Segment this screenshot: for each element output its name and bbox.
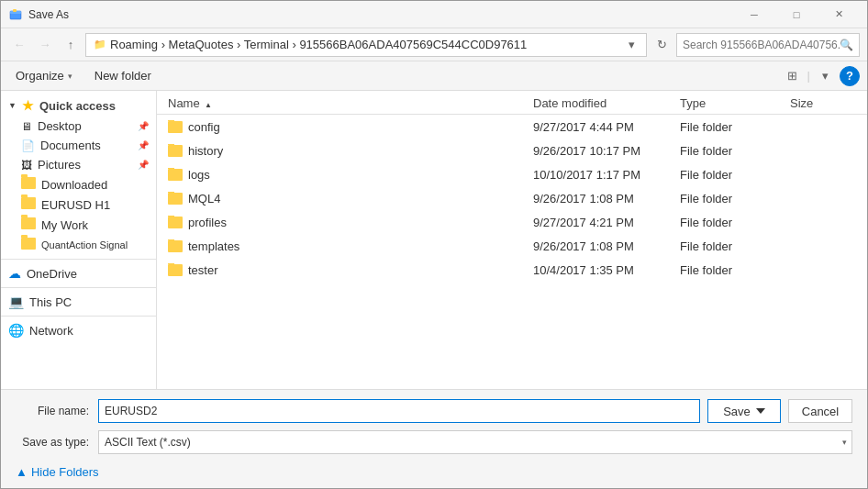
- file-type-cell: File folder: [676, 192, 786, 206]
- address-bar: ← → ↑ 📁 Roaming › MetaQuotes › Terminal …: [1, 28, 867, 61]
- table-row[interactable]: templates 9/26/2017 1:08 PM File folder: [157, 234, 867, 258]
- filename-input[interactable]: [98, 399, 700, 423]
- sidebar-item-downloaded[interactable]: Downloaded: [1, 174, 156, 194]
- hide-folders-label: Hide Folders: [31, 465, 99, 479]
- bottom-panel: File name: Save Cancel Save as type: ASC…: [1, 389, 867, 488]
- table-row[interactable]: profiles 9/27/2017 4:21 PM File folder: [157, 210, 867, 234]
- pc-icon: 💻: [8, 295, 24, 309]
- file-name-cell: logs: [164, 168, 529, 182]
- saveas-select-wrapper: ASCII Text (*.csv) ▾: [98, 430, 852, 454]
- saveas-row: Save as type: ASCII Text (*.csv) ▾: [16, 430, 852, 454]
- folder-icon: [168, 145, 183, 157]
- folder-icon: [168, 240, 183, 252]
- hide-folders-link[interactable]: ▲ Hide Folders: [16, 461, 852, 479]
- folder-icon: [168, 121, 183, 133]
- sidebar-item-thispc[interactable]: 💻 This PC: [1, 292, 156, 312]
- folder-icon: [21, 177, 36, 192]
- dialog-icon: [8, 7, 23, 22]
- file-date-cell: 9/26/2017 10:17 PM: [529, 144, 676, 158]
- sidebar-item-label: Documents: [40, 139, 101, 152]
- new-folder-button[interactable]: New folder: [87, 65, 159, 87]
- col-header-type[interactable]: Type: [676, 96, 786, 114]
- quick-access-section: ▼ ★ Quick access 🖥 Desktop 📌 📄 Documents…: [1, 94, 156, 255]
- saveas-label: Save as type:: [16, 436, 98, 449]
- col-header-date[interactable]: Date modified: [529, 96, 676, 114]
- onedrive-icon: ☁: [8, 266, 21, 281]
- file-date-cell: 9/26/2017 1:08 PM: [529, 192, 676, 206]
- cancel-label: Cancel: [802, 405, 839, 418]
- documents-icon: 📄: [21, 139, 35, 152]
- sidebar-item-network[interactable]: 🌐 Network: [1, 320, 156, 340]
- main-content: ▼ ★ Quick access 🖥 Desktop 📌 📄 Documents…: [1, 91, 867, 389]
- file-type-cell: File folder: [676, 168, 786, 182]
- file-type-cell: File folder: [676, 144, 786, 158]
- help-button[interactable]: ?: [840, 66, 860, 86]
- filename-row: File name: Save Cancel: [16, 399, 852, 423]
- col-header-name[interactable]: Name ▲: [164, 96, 529, 114]
- folder-icon: [168, 264, 183, 276]
- pin-icon: 📌: [138, 160, 149, 170]
- save-button[interactable]: Save: [707, 399, 781, 423]
- organize-button[interactable]: Organize ▾: [8, 65, 80, 87]
- table-row[interactable]: config 9/27/2017 4:44 PM File folder: [157, 115, 867, 139]
- view-toggle-button[interactable]: ⊞: [782, 65, 804, 87]
- table-row[interactable]: history 9/26/2017 10:17 PM File folder: [157, 139, 867, 162]
- hide-folders-arrow-icon: ▲: [16, 465, 28, 479]
- save-label: Save: [723, 405, 751, 418]
- minimize-button[interactable]: ─: [733, 1, 775, 28]
- view-controls: ⊞ | ▾ ?: [782, 65, 860, 87]
- address-path[interactable]: 📁 Roaming › MetaQuotes › Terminal › 9155…: [85, 33, 647, 57]
- star-icon: ★: [22, 98, 34, 113]
- path-dropdown-icon[interactable]: ▾: [625, 38, 639, 51]
- sidebar-item-eurusd[interactable]: EURUSD H1: [1, 194, 156, 215]
- view-dropdown-button[interactable]: ▾: [814, 65, 836, 87]
- table-row[interactable]: logs 10/10/2017 1:17 PM File folder: [157, 162, 867, 186]
- sidebar-item-label: My Work: [41, 218, 88, 232]
- file-name-cell: config: [164, 120, 529, 134]
- forward-button[interactable]: →: [34, 34, 56, 56]
- file-date-cell: 9/27/2017 4:44 PM: [529, 120, 676, 134]
- sidebar-item-pictures[interactable]: 🖼 Pictures 📌: [1, 155, 156, 174]
- quick-access-header[interactable]: ▼ ★ Quick access: [1, 94, 156, 117]
- file-type-cell: File folder: [676, 239, 786, 253]
- folder-icon: [21, 197, 36, 212]
- file-list-header: Name ▲ Date modified Type Size: [157, 91, 867, 115]
- folder-icon: [168, 217, 183, 228]
- refresh-button[interactable]: ↻: [651, 34, 673, 56]
- desktop-icon: 🖥: [21, 120, 32, 133]
- maximize-button[interactable]: □: [775, 1, 818, 28]
- sidebar-item-label: This PC: [29, 295, 72, 309]
- sidebar-item-desktop[interactable]: 🖥 Desktop 📌: [1, 117, 156, 136]
- back-button[interactable]: ←: [8, 34, 30, 56]
- search-input[interactable]: [683, 39, 840, 51]
- close-button[interactable]: ✕: [818, 1, 860, 28]
- file-date-cell: 9/26/2017 1:08 PM: [529, 239, 676, 253]
- file-date-cell: 9/27/2017 4:21 PM: [529, 216, 676, 229]
- table-row[interactable]: MQL4 9/26/2017 1:08 PM File folder: [157, 186, 867, 210]
- sidebar-item-label: EURUSD H1: [41, 198, 110, 212]
- quick-access-collapse-icon: ▼: [8, 101, 17, 110]
- sidebar-item-quantaction[interactable]: QuantAction Signal: [1, 235, 156, 255]
- sort-arrow-icon: ▲: [205, 101, 212, 109]
- dialog-title: Save As: [28, 8, 733, 21]
- organize-label: Organize: [16, 69, 64, 83]
- search-box[interactable]: 🔍: [676, 33, 860, 57]
- sidebar-item-onedrive[interactable]: ☁ OneDrive: [1, 263, 156, 283]
- file-name-cell: history: [164, 144, 529, 158]
- up-button[interactable]: ↑: [60, 34, 82, 56]
- pin-icon: 📌: [138, 121, 149, 131]
- file-name-cell: templates: [164, 239, 529, 253]
- cancel-button[interactable]: Cancel: [788, 399, 852, 423]
- file-name-cell: MQL4: [164, 192, 529, 206]
- sidebar-item-label: Network: [29, 324, 73, 338]
- saveas-select[interactable]: ASCII Text (*.csv): [98, 430, 852, 454]
- view-grid-icon: ⊞: [787, 69, 797, 83]
- title-bar: Save As ─ □ ✕: [1, 1, 867, 28]
- sidebar-item-label: QuantAction Signal: [41, 239, 128, 250]
- sidebar-item-my-work[interactable]: My Work: [1, 215, 156, 235]
- sidebar-item-documents[interactable]: 📄 Documents 📌: [1, 136, 156, 155]
- file-type-cell: File folder: [676, 263, 786, 277]
- table-row[interactable]: tester 10/4/2017 1:35 PM File folder: [157, 258, 867, 282]
- save-cursor-icon: [756, 408, 765, 414]
- col-header-size[interactable]: Size: [786, 96, 860, 114]
